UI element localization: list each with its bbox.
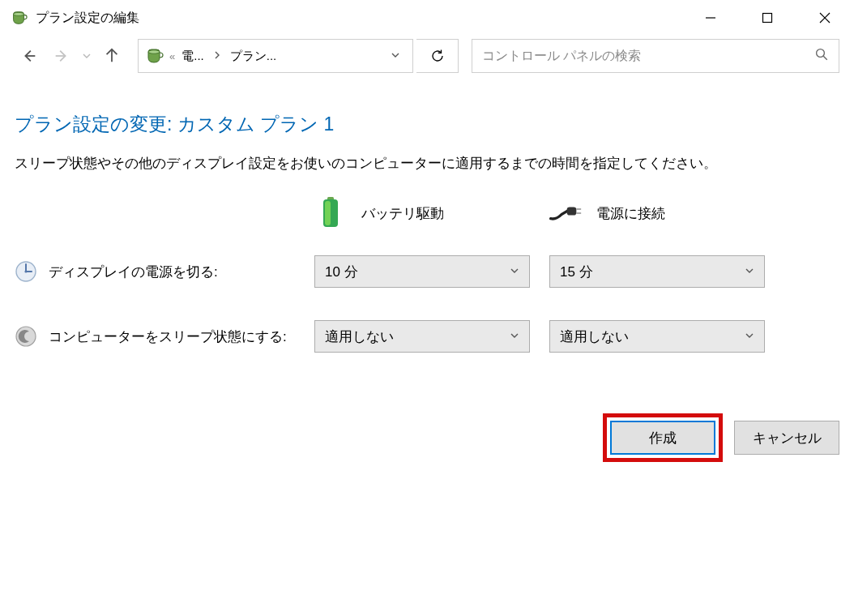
sleep-icon [15,325,37,348]
cancel-button-label: キャンセル [753,429,822,447]
plug-icon [549,197,582,229]
title-bar: プラン設定の編集 [0,0,854,36]
up-button[interactable] [97,41,126,71]
display-off-battery-value: 10 分 [325,263,510,281]
address-dropdown[interactable] [383,50,408,62]
svg-point-20 [24,270,27,272]
maximize-button[interactable] [739,1,796,35]
display-off-battery-combo[interactable]: 10 分 [314,255,530,288]
forward-button[interactable] [47,41,76,71]
search-icon [814,47,829,65]
recent-dropdown[interactable] [79,41,94,71]
chevron-down-icon [745,266,754,277]
display-icon [15,260,37,283]
sleep-battery-combo[interactable]: 適用しない [314,320,530,353]
row-sleep: コンピューターをスリープ状態にする: 適用しない 適用しない [15,320,839,353]
main-content: プラン設定の変更: カスタム プラン 1 スリープ状態やその他のディスプレイ設定… [0,76,854,353]
cancel-button[interactable]: キャンセル [734,421,839,455]
search-placeholder: コントロール パネルの検索 [482,48,814,65]
svg-line-10 [823,56,827,60]
footer-buttons: 作成 キャンセル [603,413,839,462]
minimize-button[interactable] [682,1,739,35]
window-title: プラン設定の編集 [36,10,139,27]
breadcrumb-prefix: « [168,50,177,62]
navigation-bar: « 電... プラン... コントロール パネルの検索 [0,36,854,76]
page-heading: プラン設定の変更: カスタム プラン 1 [15,112,839,137]
row-display-off-label: ディスプレイの電源を切る: [49,263,218,281]
create-button-highlight: 作成 [603,413,723,462]
back-button[interactable] [15,41,44,71]
svg-point-0 [14,12,24,15]
app-icon [10,9,28,27]
plugged-column-header: 電源に接続 [549,197,784,229]
chevron-down-icon [510,331,519,342]
window-controls [682,1,854,35]
search-box[interactable]: コントロール パネルの検索 [472,39,839,73]
display-off-plugged-value: 15 分 [560,263,745,281]
sleep-plugged-value: 適用しない [560,327,745,346]
battery-column-header: バッテリ駆動 [314,197,549,229]
create-button-label: 作成 [649,429,677,447]
plugged-column-label: 電源に接続 [596,204,665,223]
sleep-battery-value: 適用しない [325,327,510,346]
breadcrumb-2[interactable]: プラン... [228,49,279,64]
svg-point-8 [148,50,160,53]
sleep-plugged-combo[interactable]: 適用しない [549,320,765,353]
chevron-down-icon [510,266,519,277]
display-off-plugged-combo[interactable]: 15 分 [549,255,765,288]
svg-rect-14 [567,207,577,216]
battery-column-label: バッテリ駆動 [361,204,444,223]
breadcrumb-sep-icon[interactable] [209,51,225,61]
create-button[interactable]: 作成 [610,421,715,455]
row-display-off: ディスプレイの電源を切る: 10 分 15 分 [15,255,839,288]
address-icon [143,45,164,66]
breadcrumb-1[interactable]: 電... [180,49,206,64]
battery-icon [314,197,347,229]
chevron-down-icon [745,331,754,342]
svg-rect-2 [763,14,772,23]
page-description: スリープ状態やその他のディスプレイ設定をお使いのコンピューターに適用するまでの時… [15,155,839,173]
svg-rect-13 [325,201,331,225]
svg-point-9 [817,49,825,58]
columns-header: バッテリ駆動 電源に接続 [15,197,839,229]
address-bar[interactable]: « 電... プラン... [138,39,413,73]
close-button[interactable] [796,1,854,35]
row-sleep-label: コンピューターをスリープ状態にする: [49,327,287,346]
refresh-button[interactable] [416,39,459,73]
